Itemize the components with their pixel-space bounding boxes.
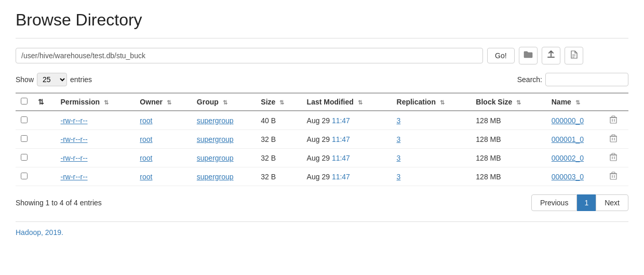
row-size: 32 B	[256, 130, 301, 149]
row-checkbox[interactable]	[21, 116, 28, 123]
th-block-size[interactable]: Block Size ⇅	[471, 93, 546, 111]
row-checkbox-cell[interactable]	[16, 149, 33, 167]
row-replication[interactable]: 3	[392, 130, 471, 149]
row-owner[interactable]: root	[135, 167, 191, 186]
group-link[interactable]: supergroup	[197, 173, 234, 181]
th-name[interactable]: Name ⇅	[546, 93, 605, 111]
search-input[interactable]	[545, 73, 628, 86]
replication-link[interactable]: 3	[397, 173, 401, 181]
replication-link[interactable]: 3	[397, 154, 401, 162]
th-size[interactable]: Size ⇅	[256, 93, 301, 111]
row-group[interactable]: supergroup	[192, 149, 256, 167]
path-input[interactable]	[16, 48, 483, 63]
permission-sort-icon: ⇅	[104, 99, 109, 106]
owner-sort-icon: ⇅	[167, 99, 171, 106]
replication-link[interactable]: 3	[397, 116, 401, 125]
row-last-modified: Aug 29 11:47	[302, 167, 392, 186]
row-delete[interactable]	[605, 167, 628, 186]
group-link[interactable]: supergroup	[197, 116, 234, 125]
owner-link[interactable]: root	[140, 154, 152, 162]
row-name[interactable]: 000001_0	[546, 130, 605, 149]
row-group[interactable]: supergroup	[192, 167, 256, 186]
owner-link[interactable]: root	[140, 116, 152, 125]
row-checkbox[interactable]	[21, 135, 28, 142]
permission-link[interactable]: -rw-r--r--	[61, 135, 88, 143]
svg-rect-3	[610, 117, 616, 123]
svg-rect-18	[610, 174, 616, 179]
row-checkbox-cell[interactable]	[16, 167, 33, 186]
name-link[interactable]: 000002_0	[552, 154, 584, 162]
row-last-modified: Aug 29 11:47	[302, 111, 392, 130]
row-permission[interactable]: -rw-r--r--	[56, 130, 135, 149]
th-last-modified[interactable]: Last Modified ⇅	[302, 93, 392, 111]
row-replication[interactable]: 3	[392, 111, 471, 130]
svg-rect-13	[610, 155, 616, 161]
file-button[interactable]	[565, 47, 583, 64]
owner-link[interactable]: root	[140, 173, 152, 181]
select-all-checkbox[interactable]	[21, 98, 28, 104]
row-checkbox-cell[interactable]	[16, 111, 33, 130]
row-permission[interactable]: -rw-r--r--	[56, 167, 135, 186]
upload-button[interactable]	[542, 47, 560, 64]
page-title: Browse Directory	[16, 10, 628, 30]
row-group[interactable]: supergroup	[192, 111, 256, 130]
go-button[interactable]: Go!	[487, 48, 515, 63]
row-owner[interactable]: root	[135, 130, 191, 149]
name-link[interactable]: 000001_0	[552, 135, 584, 143]
permission-link[interactable]: -rw-r--r--	[61, 173, 88, 181]
group-link[interactable]: supergroup	[197, 154, 234, 162]
row-replication[interactable]: 3	[392, 149, 471, 167]
name-link[interactable]: 000003_0	[552, 173, 584, 181]
select-all-header[interactable]	[16, 93, 33, 111]
row-replication[interactable]: 3	[392, 167, 471, 186]
row-last-modified: Aug 29 11:47	[302, 130, 392, 149]
row-block-size: 128 MB	[471, 149, 546, 167]
show-label: Show	[16, 75, 34, 84]
previous-button[interactable]: Previous	[531, 194, 577, 211]
file-icon	[570, 50, 578, 61]
row-delete[interactable]	[605, 111, 628, 130]
table-row: -rw-r--r-- root supergroup 40 B Aug 29 1…	[16, 111, 628, 130]
row-block-size: 128 MB	[471, 130, 546, 149]
row-permission[interactable]: -rw-r--r--	[56, 111, 135, 130]
name-link[interactable]: 000000_0	[552, 116, 584, 125]
row-checkbox[interactable]	[21, 173, 28, 179]
permission-link[interactable]: -rw-r--r--	[61, 116, 88, 125]
row-delete[interactable]	[605, 149, 628, 167]
folder-button[interactable]	[519, 47, 538, 64]
row-empty	[33, 167, 56, 186]
row-name[interactable]: 000002_0	[546, 149, 605, 167]
entries-select[interactable]: 10 25 50 100	[37, 73, 67, 86]
block-size-sort-icon: ⇅	[516, 99, 521, 106]
delete-icon[interactable]	[610, 154, 617, 163]
path-bar: Go!	[16, 47, 628, 64]
th-group[interactable]: Group ⇅	[192, 93, 256, 111]
replication-link[interactable]: 3	[397, 135, 401, 143]
row-checkbox-cell[interactable]	[16, 130, 33, 149]
owner-link[interactable]: root	[140, 135, 152, 143]
row-permission[interactable]: -rw-r--r--	[56, 149, 135, 167]
row-owner[interactable]: root	[135, 111, 191, 130]
row-owner[interactable]: root	[135, 149, 191, 167]
current-page[interactable]: 1	[577, 194, 596, 211]
row-group[interactable]: supergroup	[192, 130, 256, 149]
replication-sort-icon: ⇅	[440, 99, 445, 106]
delete-icon[interactable]	[610, 135, 617, 144]
th-owner[interactable]: Owner ⇅	[135, 93, 191, 111]
delete-icon[interactable]	[610, 116, 617, 125]
row-delete[interactable]	[605, 130, 628, 149]
row-name[interactable]: 000000_0	[546, 111, 605, 130]
th-sort-icon[interactable]: ⇅	[33, 93, 56, 111]
row-name[interactable]: 000003_0	[546, 167, 605, 186]
delete-icon[interactable]	[610, 173, 617, 181]
search-bar: Search:	[517, 73, 628, 86]
th-permission[interactable]: Permission ⇅	[56, 93, 135, 111]
row-checkbox[interactable]	[21, 154, 28, 161]
th-replication[interactable]: Replication ⇅	[392, 93, 471, 111]
svg-rect-8	[610, 136, 616, 142]
group-link[interactable]: supergroup	[197, 135, 234, 143]
next-button[interactable]: Next	[596, 194, 628, 211]
row-size: 40 B	[256, 111, 301, 130]
permission-link[interactable]: -rw-r--r--	[61, 154, 88, 162]
table-controls: Show 10 25 50 100 entries Search:	[16, 73, 628, 86]
